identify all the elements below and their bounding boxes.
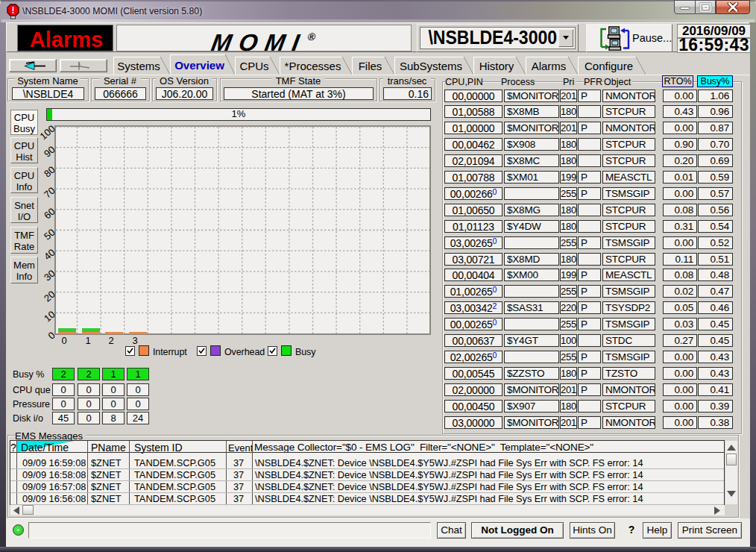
svg-text:!: ! — [12, 5, 15, 16]
